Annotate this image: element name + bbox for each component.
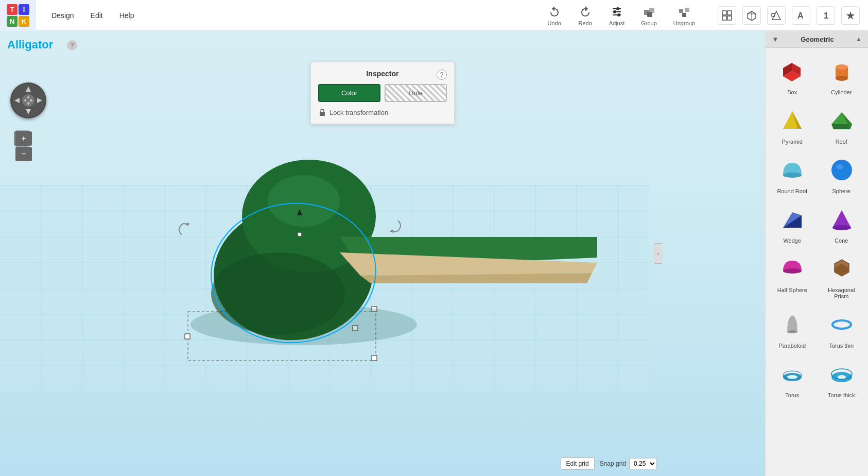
- collapse-panel-tab[interactable]: ›: [654, 243, 662, 264]
- pyramid-label: Pyramid: [782, 139, 803, 145]
- sphere-label: Sphere: [832, 188, 850, 194]
- svg-point-106: [787, 330, 797, 333]
- shape-box[interactable]: Box: [768, 50, 817, 99]
- svg-rect-51: [185, 334, 190, 339]
- edit-grid-button[interactable]: Edit grid: [561, 457, 595, 470]
- logo[interactable]: T I N K: [0, 0, 36, 31]
- group-icon: [642, 5, 656, 19]
- grid-icon-btn[interactable]: [718, 6, 736, 25]
- torus-label: Torus: [785, 392, 799, 398]
- panel-title: Geometric: [801, 36, 834, 43]
- panel-collapse-right[interactable]: ▲: [856, 36, 862, 43]
- toolbar-right-icons: A 1: [709, 6, 868, 25]
- svg-point-101: [832, 225, 851, 230]
- undo-button[interactable]: Undo: [541, 3, 568, 28]
- logo-k: K: [19, 16, 29, 27]
- shape-hexagonal-prism[interactable]: Hexagonal Prism: [817, 248, 866, 303]
- svg-rect-14: [722, 16, 726, 20]
- svg-text:A: A: [797, 11, 804, 20]
- redo-label: Redo: [578, 20, 592, 26]
- help-menu[interactable]: Help: [112, 8, 142, 23]
- shape-half-sphere[interactable]: Half Sphere: [768, 248, 817, 303]
- roof-label: Roof: [836, 139, 847, 145]
- svg-point-96: [836, 164, 843, 169]
- number-1-btn[interactable]: 1: [817, 6, 835, 25]
- svg-point-94: [783, 173, 802, 178]
- svg-marker-23: [846, 11, 855, 20]
- snap-grid-label: Snap grid: [600, 460, 626, 467]
- svg-rect-82: [320, 112, 325, 116]
- right-panel: ▼ Geometric ▲ Box: [765, 31, 868, 476]
- round-roof-icon: [777, 154, 808, 185]
- shape-sphere[interactable]: Sphere: [817, 149, 866, 198]
- undo-icon: [547, 5, 562, 19]
- ungroup-label: Ungroup: [673, 20, 695, 26]
- paraboloid-label: Paraboloid: [778, 343, 806, 349]
- torus-icon: [777, 358, 808, 389]
- svg-rect-15: [727, 16, 732, 20]
- edit-menu[interactable]: Edit: [83, 8, 110, 23]
- svg-rect-10: [685, 8, 689, 12]
- svg-point-110: [787, 375, 797, 379]
- shapes-icon-btn[interactable]: [767, 6, 786, 25]
- panel-header: ▼ Geometric ▲: [766, 31, 868, 48]
- svg-point-87: [836, 64, 848, 70]
- svg-text:1: 1: [824, 11, 828, 20]
- inspector-buttons: Color Hole: [318, 84, 447, 102]
- redo-icon: [578, 5, 593, 19]
- logo-i: I: [19, 4, 29, 15]
- shape-roof[interactable]: Roof: [817, 99, 866, 149]
- svg-marker-100: [832, 210, 851, 228]
- group-button[interactable]: Group: [635, 3, 663, 28]
- inspector-title: Inspector: [318, 70, 447, 78]
- shape-paraboloid[interactable]: Paraboloid: [768, 303, 817, 353]
- svg-point-95: [831, 160, 852, 180]
- redo-button[interactable]: Redo: [572, 3, 599, 28]
- snap-grid-row: Snap grid 0.25 0.5 1: [600, 458, 657, 469]
- zoom-in-button[interactable]: +: [15, 131, 32, 146]
- adjust-button[interactable]: Adjust: [603, 3, 631, 28]
- cylinder-label: Cylinder: [831, 89, 852, 95]
- shape-pyramid[interactable]: Pyramid: [768, 99, 817, 149]
- wedge-label: Wedge: [783, 237, 801, 244]
- shape-round-roof[interactable]: Round Roof: [768, 149, 817, 198]
- question-mark[interactable]: ?: [437, 70, 447, 80]
- shape-torus-thin[interactable]: Torus thin: [817, 303, 866, 353]
- star-btn[interactable]: [841, 6, 860, 25]
- svg-point-5: [617, 13, 620, 16]
- cone-label: Cone: [835, 237, 848, 244]
- nav-circle[interactable]: [10, 82, 46, 118]
- hole-button[interactable]: Hole: [385, 84, 447, 102]
- design-menu[interactable]: Design: [44, 8, 81, 23]
- color-button[interactable]: Color: [318, 84, 380, 102]
- torus-thin-label: Torus thin: [829, 343, 854, 349]
- ungroup-button[interactable]: Ungroup: [667, 3, 701, 28]
- zoom-controls: + −: [15, 131, 32, 161]
- panel-collapse-left[interactable]: ▼: [772, 35, 779, 43]
- letter-a-btn[interactable]: A: [792, 6, 810, 25]
- help-button[interactable]: ?: [67, 40, 77, 50]
- wedge-icon: [777, 203, 808, 234]
- canvas-area[interactable]: Alligator ?: [0, 31, 765, 476]
- bottom-bar: Edit grid Snap grid 0.25 0.5 1: [561, 457, 657, 470]
- svg-point-63: [268, 175, 340, 227]
- snap-grid-select[interactable]: 0.25 0.5 1: [629, 458, 657, 469]
- svg-point-102: [783, 268, 802, 274]
- cube-icon-btn[interactable]: [742, 6, 761, 25]
- shape-torus[interactable]: Torus: [768, 353, 817, 402]
- svg-point-3: [613, 10, 616, 13]
- logo-n: N: [7, 16, 18, 27]
- svg-point-68: [298, 232, 302, 236]
- top-bar: T I N K Design Edit Help Undo Redo: [0, 0, 868, 31]
- shape-cylinder[interactable]: Cylinder: [817, 50, 866, 99]
- svg-point-108: [832, 320, 851, 329]
- svg-point-1: [616, 7, 619, 10]
- shape-wedge[interactable]: Wedge: [768, 198, 817, 248]
- svg-rect-12: [722, 11, 726, 15]
- ungroup-icon: [677, 5, 691, 19]
- undo-label: Undo: [547, 20, 561, 26]
- inspector-panel: Inspector Color Hole Lock transformation…: [310, 62, 455, 124]
- shape-torus-thick[interactable]: Torus thick: [817, 353, 866, 402]
- zoom-out-button[interactable]: −: [15, 147, 32, 161]
- shape-cone[interactable]: Cone: [817, 198, 866, 248]
